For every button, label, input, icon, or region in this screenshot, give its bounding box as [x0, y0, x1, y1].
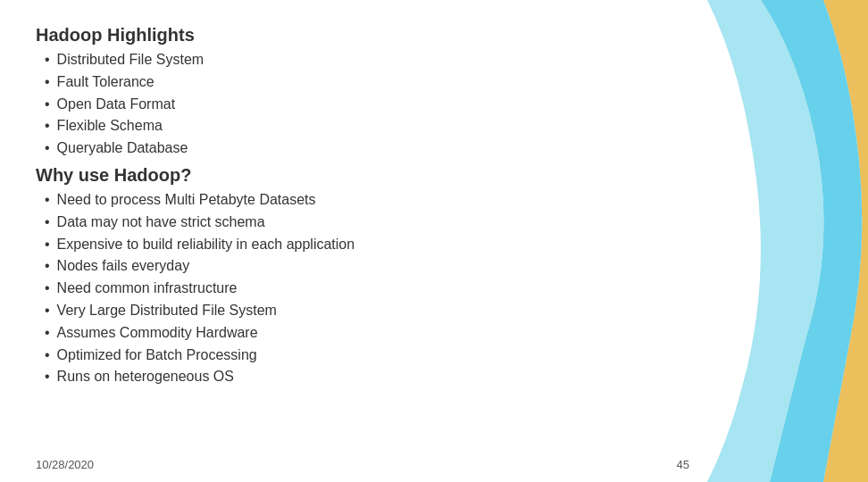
highlights-list: Distributed File System Fault Tolerance … — [45, 49, 689, 160]
list-item: Distributed File System — [45, 49, 689, 71]
reasons-list: Need to process Multi Petabyte Datasets … — [45, 189, 689, 388]
list-item: Optimized for Batch Processing — [45, 345, 689, 367]
list-item: Data may not have strict schema — [45, 212, 689, 234]
list-item: Very Large Distributed File System — [45, 300, 689, 322]
list-item: Queryable Database — [45, 137, 689, 160]
list-item: Open Data Format — [45, 94, 689, 116]
list-item: Fault Tolerance — [45, 71, 689, 94]
list-item: Need common infrastructure — [45, 278, 689, 300]
list-item: Need to process Multi Petabyte Datasets — [45, 189, 689, 212]
list-item: Runs on heterogeneous OS — [45, 366, 689, 388]
page-number: 45 — [677, 458, 689, 471]
list-item: Assumes Commodity Hardware — [45, 322, 689, 345]
slide-date: 10/28/2020 — [36, 458, 94, 471]
list-item: Nodes fails everyday — [45, 255, 689, 278]
list-item: Flexible Schema — [45, 115, 689, 137]
list-item: Expensive to build reliability in each a… — [45, 234, 689, 256]
why-hadoop-title: Why use Hadoop? — [36, 165, 689, 186]
content-area: Hadoop Highlights Distributed File Syste… — [36, 25, 689, 437]
wave-decoration — [707, 0, 868, 482]
slide: Hadoop Highlights Distributed File Syste… — [0, 0, 868, 482]
hadoop-highlights-title: Hadoop Highlights — [36, 25, 689, 46]
wave-svg — [707, 0, 868, 482]
